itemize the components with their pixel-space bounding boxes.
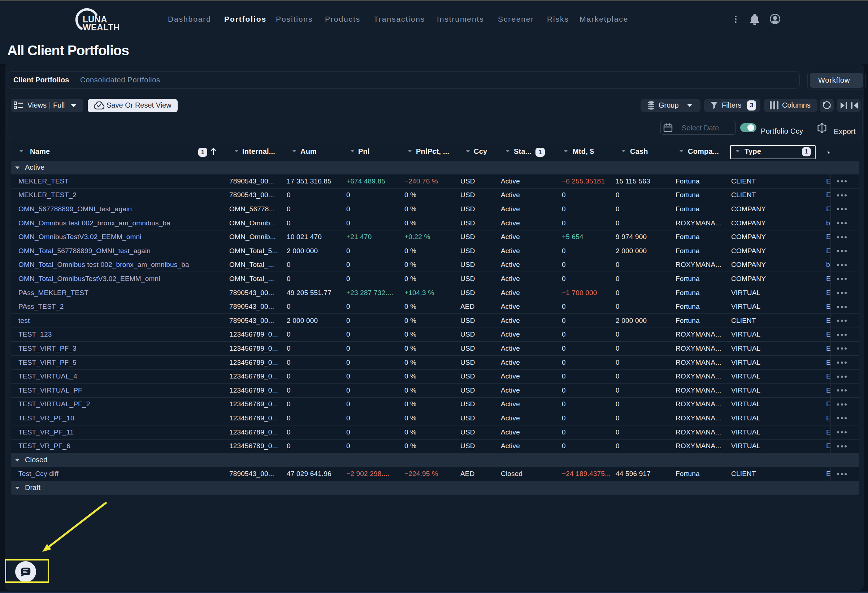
svg-text:WEALTH: WEALTH <box>83 22 120 32</box>
